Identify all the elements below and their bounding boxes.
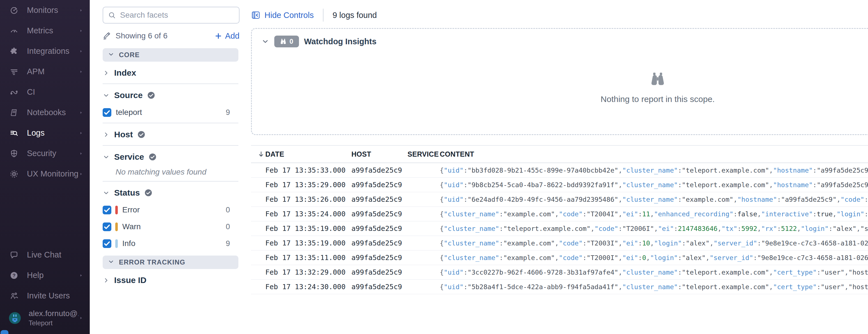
facet-header-host[interactable]: Host: [103, 128, 240, 141]
checkbox-checked[interactable]: [103, 223, 111, 231]
facet-group-core[interactable]: CORE: [103, 48, 238, 62]
integrations-icon: [9, 47, 19, 56]
sidebar-item-monitors[interactable]: Monitors: [0, 0, 90, 21]
search-facets-input[interactable]: [120, 11, 235, 20]
sidebar-item-apm[interactable]: APM: [0, 61, 90, 82]
logs-toolbar: Hide Controls 9 logs found: [251, 8, 868, 23]
filter-applied-icon: [147, 91, 155, 99]
security-icon: [9, 149, 19, 158]
log-host: a99fa5de25c9: [351, 210, 407, 218]
column-header-date[interactable]: DATE: [265, 150, 351, 158]
log-row[interactable]: Feb 17 13:24:30.000a99fa5de25c9{"uid":"5…: [251, 280, 868, 294]
column-header-content[interactable]: CONTENT: [440, 150, 868, 158]
log-row[interactable]: Feb 17 13:35:19.000a99fa5de25c9{"cluster…: [251, 221, 868, 236]
sidebar-item-ci[interactable]: CI: [0, 82, 90, 102]
log-host: a99fa5de25c9: [351, 166, 407, 174]
facet-header-index[interactable]: Index: [103, 67, 240, 79]
chevron-right-icon: [79, 273, 84, 278]
filter-applied-icon: [145, 189, 152, 197]
warn-status-pill: [115, 223, 118, 231]
chevron-right-icon: [103, 69, 110, 76]
watchdog-badge: 0: [274, 36, 299, 47]
facet-header-issue-id[interactable]: Issue ID: [103, 274, 240, 287]
chevron-down-icon: [108, 258, 115, 266]
log-host: a99fa5de25c9: [351, 195, 407, 203]
log-date: Feb 17 13:32:29.000: [265, 268, 351, 276]
facet-value-count: 9: [226, 239, 230, 248]
log-row[interactable]: Feb 17 13:35:24.000a99fa5de25c9{"cluster…: [251, 207, 868, 221]
filter-applied-icon: [149, 153, 156, 161]
log-date: Feb 17 13:35:29.000: [265, 181, 351, 189]
sidebar-item-help[interactable]: ?Help: [0, 265, 90, 286]
log-content: {"cluster_name":"example.com","code":"T2…: [440, 210, 868, 218]
log-row[interactable]: Feb 17 13:35:11.000a99fa5de25c9{"cluster…: [251, 250, 868, 265]
toolbar-divider: [323, 9, 323, 22]
checkbox-checked[interactable]: [103, 239, 111, 248]
log-row[interactable]: Feb 17 13:32:29.000a99fa5de25c9{"uid":"3…: [251, 265, 868, 280]
facet-host: Host: [103, 128, 240, 141]
log-content: {"cluster_name":"example.com","code":"T2…: [440, 239, 868, 247]
sidebar-item-live-chat[interactable]: Live Chat: [0, 245, 90, 265]
sidebar-item-security[interactable]: Security: [0, 143, 90, 164]
log-date: Feb 17 13:35:19.000: [265, 239, 351, 247]
chevron-right-icon: [79, 171, 84, 176]
watchdog-count: 0: [289, 38, 293, 45]
monitors-icon: [9, 6, 19, 15]
sidebar-footer: Live Chat?HelpInvite Usersalex.fornuto@.…: [0, 245, 90, 330]
checkbox-checked[interactable]: [103, 108, 111, 117]
chevron-down-icon: [103, 190, 110, 196]
watchdog-empty-message: Nothing to report in this scope.: [252, 94, 868, 104]
live-chat-icon: [9, 250, 19, 260]
sidebar-item-invite-users[interactable]: Invite Users: [0, 286, 90, 306]
log-table: DATE HOST SERVICE CONTENT Feb 17 13:35:3…: [251, 145, 868, 294]
facet-value-count: 0: [226, 223, 230, 231]
checkbox-checked[interactable]: [103, 206, 111, 214]
chat-bubble-corner: [1, 330, 8, 334]
log-date: Feb 17 13:24:30.000: [265, 283, 351, 291]
log-content: {"cluster_name":"teleport.example.com","…: [440, 225, 868, 233]
logs-explorer-screen: MonitorsMetricsIntegrationsAPMCINotebook…: [0, 0, 868, 334]
chevron-down-icon[interactable]: [261, 38, 269, 45]
user-menu[interactable]: alex.fornuto@...Teleport: [0, 306, 90, 330]
sidebar-item-integrations[interactable]: Integrations: [0, 41, 90, 61]
hide-controls-button[interactable]: Hide Controls: [251, 10, 314, 20]
facet-header-source[interactable]: Source: [103, 89, 240, 101]
watchdog-header[interactable]: 0 Watchdog Insights: [252, 29, 868, 47]
facet-groups: COREIndexSourceteleport9HostServiceNo ma…: [103, 48, 240, 287]
column-header-host[interactable]: HOST: [351, 150, 407, 158]
logs-icon: [9, 129, 19, 138]
facet-header-service[interactable]: Service: [103, 151, 240, 163]
log-row[interactable]: Feb 17 13:35:33.000a99fa5de25c9{"uid":"b…: [251, 163, 868, 178]
facet-index: Index: [103, 67, 240, 79]
column-header-service[interactable]: SERVICE: [407, 150, 440, 158]
facet-value-info[interactable]: Info9: [103, 238, 230, 249]
notebooks-icon: [9, 108, 19, 117]
chevron-down-icon: [103, 92, 110, 99]
add-facet-button[interactable]: Add: [215, 31, 240, 41]
chevron-right-icon: [79, 28, 84, 33]
log-row[interactable]: Feb 17 13:35:26.000a99fa5de25c9{"uid":"6…: [251, 192, 868, 207]
sort-descending-icon[interactable]: [257, 151, 265, 158]
watchdog-empty-state: Nothing to report in this scope.: [252, 71, 868, 104]
log-content: {"uid":"bb3fd028-9b21-455c-899e-97a40bcb…: [440, 166, 868, 174]
chevron-right-icon: [79, 110, 84, 115]
plus-icon: [215, 32, 222, 40]
sidebar-item-metrics[interactable]: Metrics: [0, 21, 90, 41]
edit-facets-icon[interactable]: [103, 32, 111, 40]
log-row[interactable]: Feb 17 13:35:29.000a99fa5de25c9{"uid":"9…: [251, 178, 868, 192]
facet-header-status[interactable]: Status: [103, 187, 240, 199]
facet-value-warn[interactable]: Warn0: [103, 221, 230, 233]
facet-issue-id: Issue ID: [103, 274, 240, 287]
binoculars-icon: [280, 38, 287, 45]
chevron-right-icon: [79, 315, 84, 321]
sidebar-item-logs[interactable]: Logs: [0, 123, 90, 143]
facet-group-error-tracking[interactable]: ERROR TRACKING: [103, 256, 238, 269]
chevron-down-icon: [108, 51, 115, 59]
log-row[interactable]: Feb 17 13:35:19.000a99fa5de25c9{"cluster…: [251, 236, 868, 250]
facet-value-error[interactable]: Error0: [103, 204, 230, 216]
sidebar-item-ux-monitoring[interactable]: UX Monitoring: [0, 164, 90, 184]
facet-value-teleport[interactable]: teleport9: [103, 106, 230, 118]
search-facets-box[interactable]: [103, 7, 240, 24]
chevron-down-icon: [103, 154, 110, 161]
sidebar-item-notebooks[interactable]: Notebooks: [0, 102, 90, 123]
